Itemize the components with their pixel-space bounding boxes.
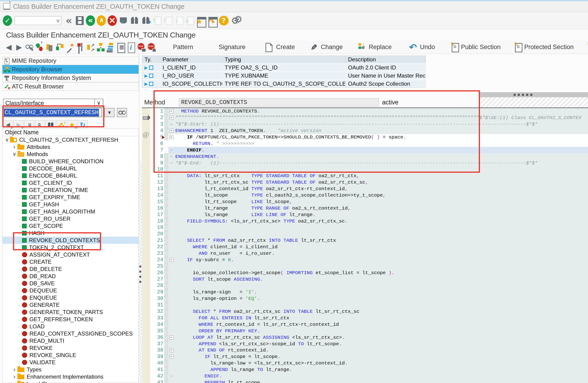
- code-line-30[interactable]: 30 ls_range-option = 'EQ'.: [150, 295, 588, 302]
- table-row[interactable]: I_RO_USERTYPE XUBNAMEUser Name in User M…: [142, 71, 425, 79]
- fold-collapse-icon[interactable]: [169, 258, 173, 262]
- code-line-34[interactable]: 34 WHERE rt_context_id = lt_sr_rt_ctx-rt…: [150, 321, 588, 328]
- fold-collapse-icon[interactable]: [169, 135, 173, 139]
- code-line-28[interactable]: 28: [150, 283, 588, 289]
- print-icon[interactable]: [119, 16, 128, 26]
- forward-nav-icon[interactable]: [85, 42, 96, 53]
- sort-icon[interactable]: [106, 42, 116, 53]
- breakpoint-icon[interactable]: [162, 136, 165, 139]
- code-line-43[interactable]: 43 REFRESH lt_rt_scope: [150, 379, 588, 383]
- code-line-42[interactable]: 42 ENDIF.: [150, 373, 588, 380]
- chevron-down-icon[interactable]: [4, 137, 10, 143]
- change-button[interactable]: Change: [309, 42, 343, 53]
- code-line-3[interactable]: 3*$*$-Start: (1)------------------------…: [150, 121, 588, 128]
- tree-item-revoke-old-contexts[interactable]: REVOKE_OLD_CONTEXTS: [2, 237, 139, 244]
- tree-item-db-delete[interactable]: DB_DELETE: [2, 265, 139, 272]
- first-page-icon[interactable]: [153, 16, 162, 26]
- tree-item-get-creation-time[interactable]: GET_CREATION_TIME: [2, 186, 139, 193]
- tree-item-local-classes[interactable]: Local Classes: [2, 380, 139, 383]
- code-line-15[interactable]: 15 lt_rt_scope LIKE lt_scope,: [150, 198, 588, 205]
- code-line-29[interactable]: 29 ls_range-sign = 'I'.: [150, 289, 588, 295]
- tree-item-db-save[interactable]: DB_SAVE: [2, 280, 139, 287]
- chevron-down-icon[interactable]: [11, 151, 17, 157]
- tree-item-read-multi[interactable]: READ_MULTI: [2, 337, 139, 344]
- refresh-icon[interactable]: [34, 42, 44, 53]
- tree-item-get-refresh-token[interactable]: GET_REFRESH_TOKEN: [2, 316, 139, 323]
- code-line-2[interactable]: 2"""""""""""""""""""""""""""""""""""""""…: [150, 115, 588, 121]
- chevron-right-icon[interactable]: [11, 373, 17, 380]
- code-line-19[interactable]: 19: [150, 224, 588, 231]
- collapse-toolbar-icon[interactable]: [64, 16, 74, 26]
- tree-refresh-icon[interactable]: [78, 120, 88, 130]
- table-row[interactable]: I_CLIENT_IDTYPE OA2_S_CL_IDOAuth 2.0 Cli…: [142, 63, 425, 71]
- code-line-8[interactable]: 8ENDENHANCEMENT.: [150, 153, 588, 160]
- tree-favorites-icon[interactable]: [67, 120, 77, 130]
- command-input[interactable]: [16, 17, 54, 24]
- nav-back-icon[interactable]: [4, 42, 14, 53]
- chevron-right-icon[interactable]: [11, 380, 17, 383]
- horizontal-splitter[interactable]: [479, 92, 588, 97]
- find-next-icon[interactable]: +: [141, 16, 151, 26]
- ext-breakpoint-icon[interactable]: [147, 42, 157, 53]
- undo-button[interactable]: Undo: [408, 42, 435, 53]
- fold-collapse-icon[interactable]: [169, 355, 173, 359]
- enter-icon[interactable]: [3, 15, 12, 26]
- tree-item-get-expiry-time[interactable]: GET_EXPIRY_TIME: [2, 193, 139, 201]
- fold-collapse-icon[interactable]: [169, 348, 173, 352]
- object-name-input[interactable]: CL_OAUTH2_S_CONTEXT_REFRESH: [4, 108, 102, 117]
- code-line-32[interactable]: 32 SELECT * FROM oa2_sr_rt_ctx_sc INTO T…: [150, 308, 588, 315]
- tree-item-get-hash-algorithm[interactable]: GET_HASH_ALGORITHM: [2, 208, 139, 215]
- public-section-button[interactable]: ✎Public Section: [451, 43, 501, 52]
- code-line-21[interactable]: 21 SELECT * FROM oa2_sr_rt_ctx INTO TABL…: [150, 237, 588, 244]
- tree-item-read-context-assigned-scopes[interactable]: READ_CONTEXT_ASSIGNED_SCOPES: [2, 330, 139, 337]
- breakpoint-icon[interactable]: [136, 42, 147, 53]
- tree-item-cl-oauth2-s-context-refresh[interactable]: CL_OAUTH2_S_CONTEXT_REFRESH: [2, 136, 139, 143]
- tree-item-get-hash[interactable]: GET_HASH: [2, 201, 139, 208]
- code-line-23[interactable]: 23 AND ro_user = i_ro_user.: [150, 250, 588, 257]
- hierarchy-icon[interactable]: [96, 42, 106, 53]
- code-line-9[interactable]: 9*$*$-End: (1)--------------------------…: [150, 160, 588, 166]
- find-icon[interactable]: [130, 16, 140, 26]
- code-line-5[interactable]: 5 IF /NEPTUNE/CL_OAUTH_PKCE_TOKEN=>SHOUL…: [150, 134, 588, 141]
- object-dropdown-button[interactable]: ▼: [104, 108, 115, 117]
- display-object-button[interactable]: [117, 108, 127, 117]
- code-line-41[interactable]: 41 APPEND ls_range TO lt_range.: [150, 366, 588, 373]
- panel-splitter[interactable]: [139, 161, 142, 383]
- object-category-select[interactable]: Class/Interface ∨: [3, 99, 103, 107]
- code-line-24[interactable]: 24 IF sy-subrc = 0.: [150, 257, 588, 263]
- code-line-7[interactable]: 7 ENDIF.: [150, 147, 588, 153]
- table-row[interactable]: IO_SCOPE_COLLECTIONTYPE REF TO CL_OAUTH2…: [142, 79, 425, 88]
- sidebar-item-repository-browser[interactable]: Repository Browser: [2, 65, 139, 74]
- tree-item-enqueue[interactable]: ENQUEUE: [2, 294, 139, 301]
- info-icon[interactable]: [126, 42, 136, 53]
- code-line-27[interactable]: 27 SORT lt_scope ASCENDING.: [150, 276, 588, 283]
- prev-page-icon[interactable]: [164, 16, 173, 26]
- exit-icon[interactable]: [97, 15, 106, 26]
- code-line-6[interactable]: 6 RETURN. " >>>>>>>>>>>: [150, 140, 588, 147]
- tree-scrollbar[interactable]: [139, 266, 141, 284]
- method-name-field[interactable]: REVOKE_OLD_CONTEXTS: [179, 98, 379, 107]
- tree-item-dequeue[interactable]: DEQUEUE: [2, 287, 139, 294]
- page-down-icon[interactable]: [24, 120, 34, 130]
- replace-button[interactable]: Replace: [357, 42, 392, 53]
- code-line-39[interactable]: 39 IF lt_rt_scope = lt_scope.: [150, 354, 588, 360]
- sidebar-item-mime-repository[interactable]: MIME Repository: [2, 57, 139, 65]
- code-editor[interactable]: @ 1 METHOD REVOKE_OLD_CONTEXTS.2""""""""…: [142, 107, 588, 383]
- tree-item-decode-b64url[interactable]: DECODE_B64URL: [2, 165, 139, 172]
- protected-section-button[interactable]: ✎Protected Section: [514, 43, 574, 52]
- tree-item-db-read[interactable]: DB_READ: [2, 272, 139, 280]
- tree-item-methods[interactable]: Methods: [2, 151, 139, 158]
- back-icon[interactable]: [86, 15, 95, 26]
- code-line-11[interactable]: 11 DATA: lt_sr_rt_ctx TYPE STANDARD TABL…: [150, 173, 588, 179]
- code-line-38[interactable]: 38 AT END OF rt_context_id.: [150, 347, 588, 354]
- cancel-icon[interactable]: [107, 15, 117, 26]
- code-line-26[interactable]: 26 io_scope_collection->get_scope( IMPOR…: [150, 269, 588, 276]
- fold-collapse-icon[interactable]: [169, 109, 173, 113]
- tree-item-revoke[interactable]: REVOKE: [2, 344, 139, 351]
- code-line-33[interactable]: 33 FOR ALL ENTRIES IN lt_sr_rt_ctx: [150, 315, 588, 321]
- where-used-icon[interactable]: [75, 42, 85, 53]
- tree-item-load[interactable]: LOAD: [2, 323, 139, 330]
- sidebar-item-repository-information-system[interactable]: Repository Information System: [2, 74, 139, 82]
- tree-item-hash[interactable]: HASH: [2, 230, 139, 237]
- code-line-40[interactable]: 40 ls_range-low = <ls_sr_rt_ctx_sc>-rt_c…: [150, 360, 588, 366]
